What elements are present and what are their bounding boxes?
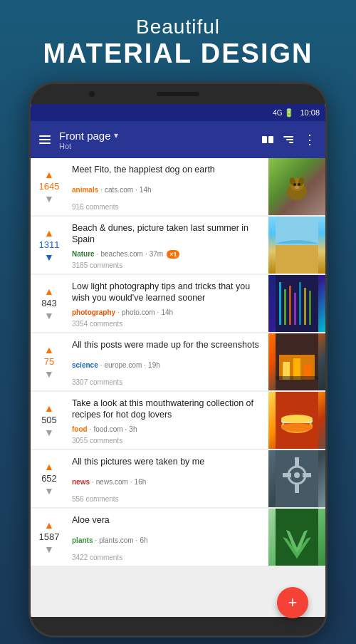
downvote-button[interactable]: ▼	[44, 194, 54, 204]
post-thumbnail	[268, 217, 325, 274]
post-comments: 916 comments	[72, 203, 264, 211]
status-icons: 4G 🔋	[273, 108, 294, 118]
post-content: Aloe vera plants · plants.com · 6h 3422 …	[68, 509, 268, 566]
post-category[interactable]: science	[72, 361, 98, 369]
vote-count: 843	[41, 298, 57, 309]
svg-point-5	[298, 183, 300, 186]
post-meta: food · food.com · 3h	[72, 425, 264, 433]
post-source-name: photo.com	[122, 308, 155, 316]
upvote-button[interactable]: ▲	[44, 345, 54, 355]
app-title-sub: Hot	[59, 142, 253, 150]
upvote-button[interactable]: ▲	[44, 403, 54, 413]
svg-rect-14	[299, 282, 301, 325]
post-category[interactable]: Nature	[72, 250, 95, 258]
post-age: 14h	[161, 308, 173, 316]
vote-section: ▲ 843 ▼	[31, 275, 68, 332]
post-comments: 3422 comments	[72, 554, 264, 561]
upvote-button[interactable]: ▲	[44, 520, 54, 530]
post-content: Meet Fito, the happiest dog on earth ani…	[68, 158, 268, 215]
news-image	[276, 450, 318, 507]
post-age: 14h	[140, 186, 152, 194]
svg-rect-22	[276, 376, 318, 380]
post-meta: news · news.com · 16h	[72, 478, 264, 486]
post-card[interactable]: ▲ 505 ▼ Take a look at this mouthwaterin…	[31, 392, 325, 449]
post-age: 6h	[140, 536, 147, 544]
upvote-button[interactable]: ▲	[44, 286, 54, 296]
post-category[interactable]: food	[72, 425, 88, 433]
post-comments: 3354 comments	[72, 320, 264, 328]
svg-rect-10	[279, 282, 281, 325]
photo-image	[276, 275, 318, 332]
more-options-button[interactable]: ⋮	[303, 133, 317, 146]
vote-count: 652	[41, 473, 57, 484]
post-content: Beach & dunes, picture taken last summer…	[68, 217, 268, 274]
svg-point-31	[294, 472, 300, 478]
post-source-name: beaches.com	[100, 250, 142, 258]
thumb-image	[268, 275, 325, 332]
app-bar-title: Front page ▾ Hot	[59, 130, 253, 150]
aloe-image	[276, 509, 318, 566]
post-meta: plants · plants.com · 6h	[72, 536, 264, 544]
dropdown-icon[interactable]: ▾	[114, 130, 118, 140]
post-age: 3h	[129, 425, 137, 433]
menu-button[interactable]	[39, 135, 51, 144]
downvote-button[interactable]: ▼	[44, 369, 54, 379]
upvote-button[interactable]: ▲	[44, 170, 54, 180]
post-content: Take a look at this mouthwatering collec…	[68, 392, 268, 449]
svg-rect-8	[276, 245, 318, 274]
post-thumbnail	[268, 275, 325, 332]
post-meta: Nature · beaches.com · 37m ×1	[72, 250, 264, 259]
svg-rect-9	[276, 275, 318, 332]
post-card[interactable]: ▲ 1587 ▼ Aloe vera plants · plants.com ·…	[31, 509, 325, 566]
downvote-button[interactable]: ▼	[44, 311, 54, 321]
phone-speaker	[157, 92, 199, 96]
post-meta: science · europe.com · 19h	[72, 361, 264, 369]
svg-rect-34	[283, 473, 291, 477]
post-category[interactable]: animals	[72, 186, 98, 194]
post-card[interactable]: ▲ 843 ▼ Low light photography tips and t…	[31, 275, 325, 332]
post-comments: 3055 comments	[72, 437, 264, 445]
post-category[interactable]: photography	[72, 308, 115, 316]
downvote-button[interactable]: ▼	[44, 486, 54, 496]
thumb-image	[268, 392, 325, 449]
thumb-image	[268, 158, 325, 215]
upvote-button[interactable]: ▲	[44, 462, 54, 472]
vote-section: ▲ 505 ▼	[31, 392, 68, 449]
vote-section: ▲ 75 ▼	[31, 333, 68, 390]
post-category[interactable]: plants	[72, 536, 93, 544]
downvote-button[interactable]: ▼	[44, 427, 54, 437]
post-card[interactable]: ▲ 1311 ▼ Beach & dunes, picture taken la…	[31, 217, 325, 274]
post-title: Low light photography tips and tricks th…	[72, 281, 264, 304]
svg-rect-12	[289, 286, 291, 325]
downvote-button[interactable]: ▼	[44, 252, 54, 262]
downvote-button[interactable]: ▼	[44, 544, 54, 554]
post-thumbnail	[268, 392, 325, 449]
svg-rect-35	[303, 473, 311, 477]
upvote-button[interactable]: ▲	[44, 228, 54, 238]
filter-button[interactable]	[283, 136, 293, 143]
vote-count: 1311	[39, 239, 60, 251]
vote-section: ▲ 652 ▼	[31, 450, 68, 507]
vote-section: ▲ 1587 ▼	[31, 509, 68, 566]
post-category[interactable]: news	[72, 478, 90, 486]
post-card[interactable]: ▲ 75 ▼ All this posts were made up for t…	[31, 333, 325, 390]
food-image	[276, 392, 318, 449]
app-bar: Front page ▾ Hot ⋮	[31, 121, 325, 158]
fab-button[interactable]: +	[277, 587, 308, 617]
phone-top	[31, 84, 325, 104]
post-card[interactable]: ▲ 652 ▼ All this pictures were taken by …	[31, 450, 325, 507]
post-age: 16h	[135, 478, 147, 486]
post-card[interactable]: ▲ 1645 ▼ Meet Fito, the happiest dog on …	[31, 158, 325, 215]
vote-count: 1645	[39, 181, 60, 192]
thumb-image	[268, 217, 325, 274]
svg-rect-33	[295, 484, 299, 493]
post-content: All this pictures were taken by me news …	[68, 450, 268, 507]
status-time: 10:08	[300, 108, 320, 117]
post-content: Low light photography tips and tricks th…	[68, 275, 268, 332]
badge-x1: ×1	[167, 250, 179, 259]
card-view-button[interactable]	[262, 136, 273, 143]
hero-line1: Beautiful	[0, 16, 356, 38]
dog-image	[279, 169, 315, 204]
post-source-name: plants.com	[99, 536, 133, 544]
app-title-main: Front page ▾	[59, 130, 253, 142]
